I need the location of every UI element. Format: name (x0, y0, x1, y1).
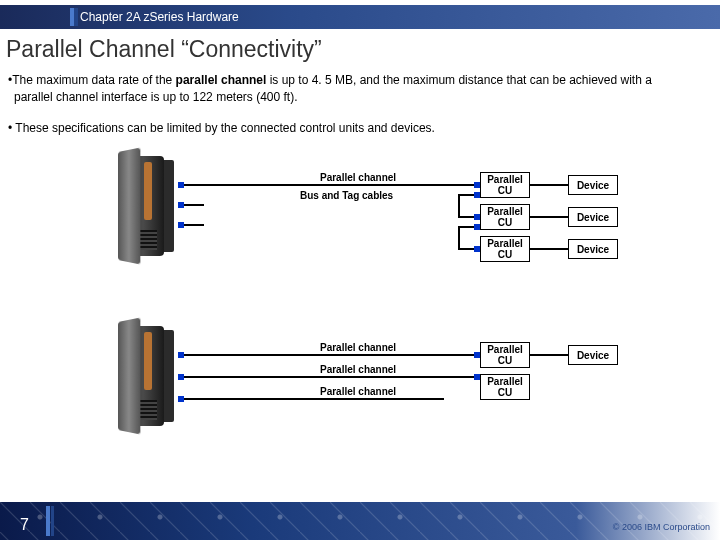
device-box: Device (568, 175, 618, 195)
device-line (530, 184, 568, 186)
channel-line (184, 398, 444, 400)
mainframe-icon (100, 322, 178, 432)
bullet-2: • These specifications can be limited by… (6, 120, 690, 137)
header-bar: Chapter 2A zSeries Hardware (0, 5, 720, 29)
parallel-cu-box: ParallelCU (480, 342, 530, 368)
parallel-cu-box: ParallelCU (480, 374, 530, 400)
footer-bar: 7 © 2006 IBM Corporation (0, 502, 720, 540)
channel-label: Parallel channel (320, 364, 396, 375)
chain-v (458, 194, 460, 216)
footer-decoration (0, 502, 720, 540)
copyright-text: © 2006 IBM Corporation (613, 522, 710, 532)
device-box: Device (568, 207, 618, 227)
chain-h (458, 226, 474, 228)
channel-stub (184, 224, 204, 226)
channel-stub (184, 204, 204, 206)
chapter-label: Chapter 2A zSeries Hardware (80, 10, 239, 24)
diagram-1: Parallel channel Bus and Tag cables Para… (100, 152, 660, 302)
channel-label: Parallel channel (320, 172, 396, 183)
channel-line (184, 184, 480, 186)
device-line (530, 216, 568, 218)
page-number: 7 (20, 516, 29, 534)
device-box: Device (568, 239, 618, 259)
page-accent-bars (46, 506, 56, 536)
mainframe-icon (100, 152, 178, 262)
diagram-2: Parallel channel ParallelCU Device Paral… (100, 322, 660, 452)
bustag-label: Bus and Tag cables (300, 190, 393, 201)
device-line (530, 354, 568, 356)
bullet-1-bold: parallel channel (176, 73, 267, 87)
parallel-cu-box: ParallelCU (480, 204, 530, 230)
page-title: Parallel Channel “Connectivity” (6, 36, 322, 63)
connector-icon (474, 224, 480, 230)
device-line (530, 248, 568, 250)
parallel-cu-box: ParallelCU (480, 172, 530, 198)
parallel-cu-box: ParallelCU (480, 236, 530, 262)
channel-label: Parallel channel (320, 386, 396, 397)
chain-v (458, 226, 460, 248)
channel-line (184, 376, 480, 378)
chain-h (458, 194, 474, 196)
bullet-1: •The maximum data rate of the parallel c… (6, 72, 690, 106)
bullet-1-pre: •The maximum data rate of the (8, 73, 176, 87)
device-box: Device (568, 345, 618, 365)
channel-label: Parallel channel (320, 342, 396, 353)
bullet-list: •The maximum data rate of the parallel c… (6, 72, 690, 150)
channel-line (184, 354, 480, 356)
diagram-area: Parallel channel Bus and Tag cables Para… (100, 152, 660, 472)
connector-icon (474, 192, 480, 198)
